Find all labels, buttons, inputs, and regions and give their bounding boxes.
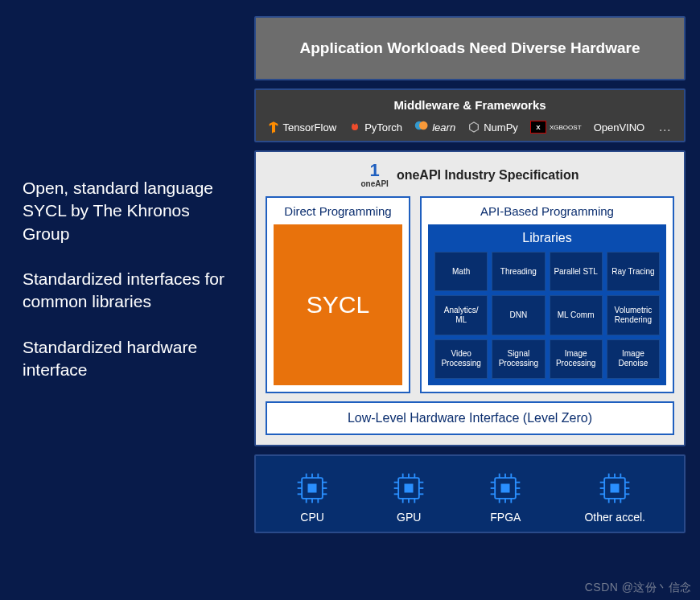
- lib-image-denoise: ImageDenoise: [607, 339, 660, 379]
- architecture-stack: Application Workloads Need Diverse Hardw…: [254, 16, 686, 579]
- hardware-row: CPU GPU: [264, 471, 676, 524]
- framework-label: XGBOOST: [550, 124, 582, 131]
- framework-openvino: OpenVINO: [594, 121, 645, 134]
- hardware-gpu: GPU: [391, 471, 426, 524]
- left-paragraph-2: Standardized interfaces for common libra…: [23, 268, 240, 314]
- scikit-learn-icon: [414, 121, 429, 134]
- framework-pytorch: PyTorch: [348, 121, 402, 134]
- lib-video-processing: VideoProcessing: [434, 339, 488, 379]
- workloads-title: Application Workloads Need Diverse Hardw…: [299, 39, 640, 57]
- oneapi-glyph-icon: 1: [370, 162, 380, 179]
- watermark-text: CSDN @这份丶信念: [585, 581, 692, 595]
- direct-programming-title: Direct Programming: [284, 204, 391, 218]
- lib-signal-processing: SignalProcessing: [492, 339, 545, 379]
- spec-body: Direct Programming SYCL API-Based Progra…: [266, 196, 674, 393]
- middleware-row: TensorFlow PyTorch learn: [262, 120, 677, 134]
- lib-parallel-stl: Parallel STL: [550, 252, 603, 291]
- oneapi-spec-box: 1 oneAPI oneAPI Industry Specification D…: [254, 150, 686, 446]
- chip-icon: [488, 471, 523, 506]
- chip-icon: [391, 471, 426, 506]
- left-description-column: Open, standard language SYCL by The Khro…: [14, 16, 240, 579]
- chip-icon: [597, 471, 632, 506]
- svg-rect-31: [501, 484, 510, 493]
- lib-threading: Threading: [492, 252, 545, 291]
- framework-label: OpenVINO: [594, 121, 645, 134]
- framework-label: PyTorch: [364, 121, 402, 134]
- low-level-interface-box: Low-Level Hardware Interface (Level Zero…: [266, 401, 674, 435]
- chip-icon: [294, 471, 330, 506]
- xgboost-icon: X: [530, 121, 546, 134]
- spec-header: 1 oneAPI oneAPI Industry Specification: [266, 162, 674, 188]
- framework-scikit-learn: learn: [414, 121, 455, 134]
- low-level-interface-label: Low-Level Hardware Interface (Level Zero…: [348, 411, 592, 425]
- workloads-box: Application Workloads Need Diverse Hardw…: [254, 16, 686, 80]
- sycl-box: SYCL: [274, 224, 402, 385]
- svg-rect-17: [405, 484, 414, 493]
- lib-ml-comm: ML Comm: [550, 295, 603, 335]
- middleware-box: Middleware & Frameworks TensorFlow PyTor…: [254, 88, 686, 142]
- hardware-label: FPGA: [490, 511, 521, 524]
- middleware-title: Middleware & Frameworks: [262, 98, 677, 112]
- hardware-cpu: CPU: [294, 471, 330, 524]
- more-frameworks-ellipsis: …: [657, 120, 673, 134]
- numpy-icon: [467, 121, 480, 134]
- svg-point-1: [419, 121, 428, 130]
- hardware-box: CPU GPU: [254, 454, 686, 533]
- lib-volumetric-rendering: VolumetricRendering: [607, 295, 660, 335]
- api-programming-box: API-Based Programming Libraries Math Thr…: [420, 196, 674, 393]
- pytorch-icon: [348, 121, 361, 134]
- hardware-label: Other accel.: [584, 511, 644, 524]
- svg-rect-45: [611, 484, 620, 493]
- direct-programming-box: Direct Programming SYCL: [266, 196, 410, 393]
- hardware-label: CPU: [300, 511, 324, 524]
- oneapi-logo-text: oneAPI: [360, 179, 388, 188]
- lib-dnn: DNN: [492, 295, 545, 335]
- lib-math: Math: [434, 252, 488, 291]
- hardware-label: GPU: [397, 511, 421, 524]
- hardware-fpga: FPGA: [488, 471, 523, 524]
- framework-xgboost: X XGBOOST: [530, 121, 582, 134]
- tensorflow-icon: [267, 121, 280, 134]
- spec-title: oneAPI Industry Specification: [397, 168, 579, 183]
- framework-label: TensorFlow: [283, 121, 336, 134]
- oneapi-logo: 1 oneAPI: [360, 162, 388, 188]
- framework-tensorflow: TensorFlow: [267, 121, 336, 134]
- framework-numpy: NumPy: [467, 121, 518, 134]
- diagram-page: Open, standard language SYCL by The Khro…: [0, 0, 700, 587]
- api-programming-title: API-Based Programming: [480, 204, 614, 218]
- libraries-box: Libraries Math Threading Parallel STL Ra…: [428, 224, 666, 385]
- framework-label: NumPy: [484, 121, 518, 134]
- lib-image-processing: ImageProcessing: [550, 339, 603, 379]
- svg-rect-3: [308, 484, 317, 493]
- lib-analytics-ml: Analytics/ML: [434, 295, 488, 335]
- libraries-grid: Math Threading Parallel STL Ray Tracing …: [434, 252, 660, 379]
- lib-ray-tracing: Ray Tracing: [607, 252, 660, 291]
- left-paragraph-1: Open, standard language SYCL by The Khro…: [23, 177, 240, 245]
- sycl-label: SYCL: [307, 291, 369, 318]
- left-paragraph-3: Standardized hardware interface: [23, 336, 240, 382]
- libraries-title: Libraries: [434, 231, 660, 245]
- hardware-other-accel: Other accel.: [584, 471, 644, 524]
- framework-label: learn: [432, 121, 455, 134]
